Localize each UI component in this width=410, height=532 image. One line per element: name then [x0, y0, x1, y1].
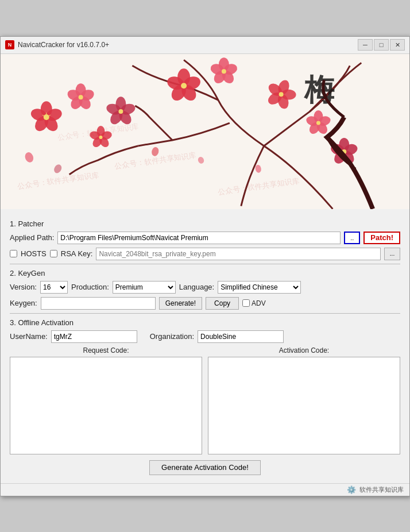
svg-text:梅: 梅	[304, 74, 335, 106]
keygen-row: Keygen: Generate! Copy ADV	[10, 297, 400, 310]
minimize-button[interactable]: ─	[358, 39, 373, 51]
user-org-row: UserName: Organization:	[10, 330, 400, 343]
main-content: 1. Patcher Applied Path: .. Patch! HOSTS…	[1, 209, 409, 483]
applied-path-row: Applied Path: .. Patch!	[10, 232, 400, 244]
status-text: 软件共享知识库	[359, 485, 404, 494]
window-title: NavicatCracker for v16.0.7.0+	[18, 41, 358, 49]
request-code-label: Request Code:	[83, 346, 129, 354]
version-label: Version:	[10, 283, 37, 291]
rsa-key-checkbox[interactable]	[50, 250, 57, 257]
offline-section: 3. Offline Activation UserName: Organiza…	[10, 318, 400, 475]
rsa-browse-button[interactable]: ...	[384, 248, 400, 260]
hosts-checkbox[interactable]	[10, 250, 17, 257]
svg-point-40	[279, 92, 284, 97]
keygen-input[interactable]	[41, 297, 156, 310]
activation-code-label: Activation Code:	[279, 346, 329, 354]
organization-input[interactable]	[198, 330, 284, 343]
offline-section-label: 3. Offline Activation	[10, 318, 400, 327]
language-select[interactable]: Simplified Chinese English Japanese Poli…	[218, 281, 301, 294]
applied-path-input[interactable]	[57, 232, 341, 244]
close-button[interactable]: ✕	[390, 39, 405, 51]
hosts-label: HOSTS	[21, 249, 47, 258]
applied-path-label: Applied Path:	[10, 233, 54, 242]
keygen-options-row: Version: 16 Production: Premium Standard…	[10, 281, 400, 294]
window-controls: ─ □ ✕	[358, 39, 405, 51]
production-select[interactable]: Premium Standard Enterprise Essentials	[113, 281, 176, 294]
main-window: N NavicatCracker for v16.0.7.0+ ─ □ ✕ 梅	[0, 36, 410, 496]
maximize-button[interactable]: □	[374, 39, 389, 51]
svg-point-34	[222, 69, 226, 74]
organization-label: Organization:	[150, 332, 194, 341]
username-input[interactable]	[51, 330, 137, 343]
username-label: UserName:	[10, 332, 48, 341]
adv-label: ADV	[242, 299, 266, 307]
production-label: Production:	[71, 283, 109, 291]
svg-point-52	[99, 135, 103, 138]
generate-activation-button[interactable]: Generate Activation Code!	[149, 460, 261, 475]
keygen-section-label: 2. KeyGen	[10, 269, 400, 277]
banner-image: 梅	[1, 54, 409, 209]
patcher-section-label: 1. Patcher	[10, 219, 400, 228]
svg-point-22	[118, 109, 123, 114]
activation-code-textarea[interactable]	[208, 357, 400, 454]
rsa-row: HOSTS RSA Key: ...	[10, 248, 400, 260]
patch-button[interactable]: Patch!	[363, 232, 400, 244]
rsa-key-label: RSA Key:	[61, 249, 93, 258]
title-bar: N NavicatCracker for v16.0.7.0+ ─ □ ✕	[1, 37, 409, 54]
copy-button[interactable]: Copy	[206, 297, 239, 310]
svg-point-16	[79, 95, 83, 99]
svg-point-46	[316, 121, 320, 125]
adv-text: ADV	[252, 299, 266, 307]
request-code-textarea[interactable]	[10, 357, 202, 454]
divider-2	[10, 313, 400, 314]
code-areas: Request Code: Activation Code:	[10, 346, 400, 454]
browse-button[interactable]: ..	[344, 232, 360, 244]
app-icon: N	[5, 40, 14, 49]
generate-button[interactable]: Generate!	[159, 297, 202, 310]
status-bar: ⚙️ 软件共享知识库	[1, 483, 409, 496]
rsa-key-input[interactable]	[96, 248, 381, 260]
language-label: Language:	[179, 283, 214, 291]
adv-checkbox[interactable]	[242, 299, 250, 307]
activation-code-col: Activation Code:	[208, 346, 400, 454]
svg-point-28	[181, 83, 187, 88]
keygen-label: Keygen:	[10, 299, 37, 307]
request-code-col: Request Code:	[10, 346, 202, 454]
version-select[interactable]: 16	[40, 281, 68, 294]
divider-1	[10, 264, 400, 264]
